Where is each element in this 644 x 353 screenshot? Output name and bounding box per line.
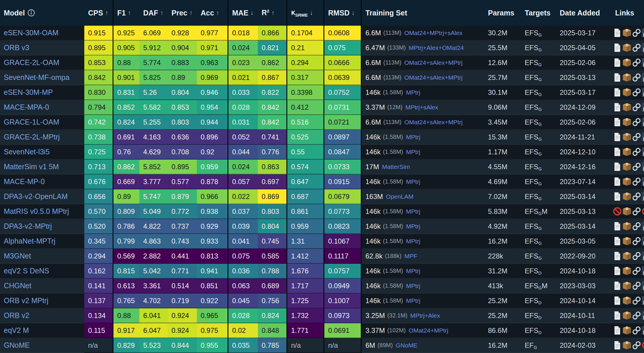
training-dataset-links[interactable]: MPtrj xyxy=(406,134,420,141)
info-icon[interactable] xyxy=(25,9,35,17)
link-icon[interactable] xyxy=(632,237,641,246)
training-dataset-links[interactable]: MPtrj xyxy=(406,238,420,245)
model-link[interactable]: ORB v2 xyxy=(4,311,29,320)
package-icon[interactable] xyxy=(622,222,631,231)
floppy-icon[interactable] xyxy=(642,73,644,82)
paper-icon[interactable] xyxy=(613,118,622,127)
column-header-mae[interactable]: MAE↓ xyxy=(228,0,258,26)
column-header-kappa[interactable]: κSRME↓ xyxy=(287,0,324,26)
column-header-params[interactable]: Params xyxy=(484,0,521,26)
package-icon[interactable] xyxy=(622,88,631,97)
training-dataset-links[interactable]: OMat24+sAlex+MPtrj xyxy=(404,119,463,126)
package-icon[interactable] xyxy=(622,296,631,305)
column-header-r2[interactable]: R2↑ xyxy=(258,0,287,26)
column-header-daf[interactable]: DAF↑ xyxy=(139,0,168,26)
column-header-targets[interactable]: Targets xyxy=(521,0,556,26)
floppy-icon[interactable] xyxy=(642,132,644,141)
paper-icon[interactable] xyxy=(613,88,622,97)
package-icon[interactable] xyxy=(622,73,631,82)
model-link[interactable]: MACE-MP-0 xyxy=(4,177,45,186)
floppy-icon[interactable] xyxy=(642,58,644,67)
floppy-icon[interactable] xyxy=(642,118,644,127)
training-dataset-links[interactable]: OMat24+sAlex+MPtrj xyxy=(404,74,463,81)
link-icon[interactable] xyxy=(632,311,641,320)
link-icon[interactable] xyxy=(632,58,641,67)
floppy-icon[interactable] xyxy=(642,162,644,171)
training-dataset-links[interactable]: MatterSim xyxy=(382,163,410,170)
training-dataset-links[interactable]: MPtrj+Alex+OMat24 xyxy=(409,44,464,51)
paper-icon[interactable] xyxy=(613,147,622,156)
training-dataset-links[interactable]: MPtrj+Alex xyxy=(410,312,440,319)
training-dataset-links[interactable]: MPtrj xyxy=(406,89,420,96)
package-icon[interactable] xyxy=(622,311,631,320)
training-dataset-links[interactable]: OpenLAM xyxy=(386,193,414,200)
model-link[interactable]: eqV2 S DeNS xyxy=(4,267,49,275)
paper-icon[interactable] xyxy=(613,162,622,171)
model-link[interactable]: eqV2 M xyxy=(4,326,29,335)
package-icon[interactable] xyxy=(622,207,631,216)
training-dataset-links[interactable]: MPtrj xyxy=(406,282,420,289)
training-dataset-links[interactable]: MPtrj+sAlex xyxy=(405,104,438,111)
link-icon[interactable] xyxy=(632,177,641,186)
model-link[interactable]: GRACE-2L-OAM xyxy=(4,58,59,67)
training-dataset-links[interactable]: MPtrj xyxy=(406,223,420,230)
link-icon[interactable] xyxy=(632,88,641,97)
model-link[interactable]: SevenNet-MF-ompa xyxy=(4,73,69,82)
model-link[interactable]: ORB v2 MPtrj xyxy=(4,296,48,305)
package-icon[interactable] xyxy=(622,326,631,335)
paper-icon[interactable] xyxy=(613,73,622,82)
link-icon[interactable] xyxy=(632,222,641,231)
paper-icon[interactable] xyxy=(613,266,622,275)
link-icon[interactable] xyxy=(632,251,641,261)
column-header-date[interactable]: Date Added xyxy=(556,0,611,26)
package-icon[interactable] xyxy=(622,162,631,171)
paper-icon[interactable] xyxy=(613,132,622,141)
column-header-prec[interactable]: Prec↑ xyxy=(168,0,197,26)
model-link[interactable]: DPA3-v2-MPtrj xyxy=(4,222,52,230)
floppy-icon[interactable] xyxy=(642,147,644,156)
paper-icon[interactable] xyxy=(613,237,622,246)
model-link[interactable]: M3GNet xyxy=(4,252,31,260)
model-link[interactable]: AlphaNet-MPTrj xyxy=(4,237,55,245)
model-link[interactable]: GRACE-1L-OAM xyxy=(4,118,59,126)
link-icon[interactable] xyxy=(632,118,641,127)
link-icon[interactable] xyxy=(632,326,641,335)
link-icon[interactable] xyxy=(632,296,641,305)
floppy-icon[interactable] xyxy=(642,28,644,37)
training-dataset-links[interactable]: MPF xyxy=(404,253,417,260)
paper-icon[interactable] xyxy=(613,222,622,231)
column-header-rmsd[interactable]: RMSD↓ xyxy=(324,0,362,26)
package-icon[interactable] xyxy=(622,192,631,201)
paper-icon[interactable] xyxy=(613,281,622,290)
column-header-cps[interactable]: CPS↑ xyxy=(84,0,113,26)
link-icon[interactable] xyxy=(632,73,641,82)
floppy-icon[interactable] xyxy=(642,88,644,97)
training-dataset-links[interactable]: OMat24+MPtrj xyxy=(409,327,448,334)
model-link[interactable]: GNoME xyxy=(4,341,30,349)
training-dataset-links[interactable]: OMat24+MPtrj+sAlex xyxy=(404,29,463,36)
model-link[interactable]: SevenNet-l3i5 xyxy=(4,148,50,156)
column-header-links[interactable]: Links xyxy=(611,0,644,26)
floppy-icon[interactable] xyxy=(642,43,644,52)
package-icon[interactable] xyxy=(622,103,631,112)
paper-icon[interactable] xyxy=(613,43,622,52)
paper-icon[interactable] xyxy=(613,251,622,261)
link-icon[interactable] xyxy=(632,103,641,112)
floppy-icon[interactable] xyxy=(642,192,644,201)
floppy-icon[interactable] xyxy=(642,296,644,305)
package-icon[interactable] xyxy=(622,58,631,67)
paper-icon[interactable] xyxy=(613,296,622,305)
link-icon[interactable] xyxy=(632,162,641,171)
package-icon[interactable] xyxy=(622,177,631,186)
paper-icon[interactable] xyxy=(613,192,622,201)
training-dataset-links[interactable]: OMat24+sAlex+MPtrj xyxy=(404,59,463,66)
paper-icon[interactable] xyxy=(613,177,622,186)
model-link[interactable]: eSEN-30M-MP xyxy=(4,88,53,97)
paper-icon[interactable] xyxy=(613,103,622,112)
package-icon[interactable] xyxy=(622,28,631,37)
training-dataset-links[interactable]: MPtrj xyxy=(406,297,420,304)
column-header-training[interactable]: Training Set xyxy=(362,0,484,26)
model-link[interactable]: MatterSim v1 5M xyxy=(4,162,59,171)
floppy-icon[interactable] xyxy=(642,311,644,320)
model-link[interactable]: ORB v3 xyxy=(4,43,29,52)
